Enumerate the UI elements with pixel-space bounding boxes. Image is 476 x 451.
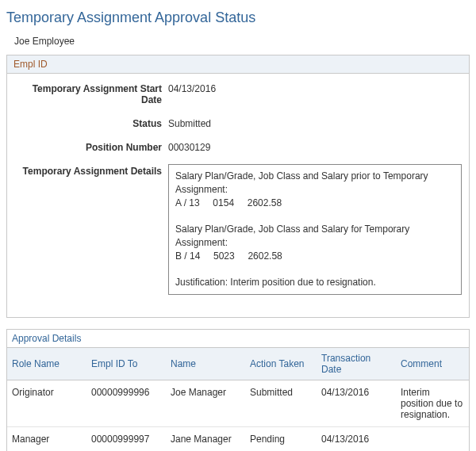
details-textbox: Salary Plan/Grade, Job Class and Salary … — [168, 164, 462, 295]
field-details: Temporary Assignment Details Salary Plan… — [13, 164, 463, 295]
cell-role-name: Originator — [7, 380, 86, 427]
status-label: Status — [13, 117, 168, 129]
col-action-taken[interactable]: Action Taken — [245, 348, 317, 380]
position-number-value: 00030129 — [168, 140, 210, 153]
cell-transaction-date: 04/13/2016 — [317, 380, 396, 427]
approval-details-table: Role Name Empl ID To Name Action Taken T… — [7, 348, 469, 451]
table-row: Originator 00000999996 Joe Manager Submi… — [7, 380, 469, 427]
approval-details-section: Approval Details Role Name Empl ID To Na… — [6, 329, 470, 451]
table-header-row: Role Name Empl ID To Name Action Taken T… — [7, 348, 469, 380]
col-role-name[interactable]: Role Name — [7, 348, 86, 380]
col-empl-id-to[interactable]: Empl ID To — [86, 348, 166, 380]
page-title: Temporary Assignment Approval Status — [6, 10, 470, 26]
cell-name: Jane Manager — [166, 427, 245, 451]
empl-id-section-body: Temporary Assignment Start Date 04/13/20… — [7, 74, 469, 317]
field-start-date: Temporary Assignment Start Date 04/13/20… — [13, 82, 463, 105]
start-date-value: 04/13/2016 — [168, 82, 216, 94]
cell-action-taken: Submitted — [245, 380, 317, 427]
cell-empl-id-to: 00000999997 — [86, 427, 166, 451]
details-label: Temporary Assignment Details — [13, 164, 168, 177]
field-position-number: Position Number 00030129 — [13, 140, 463, 153]
empl-id-section-header: Empl ID — [7, 55, 469, 74]
start-date-label: Temporary Assignment Start Date — [13, 82, 168, 105]
cell-name: Joe Manager — [166, 380, 245, 427]
table-row: Manager 00000999997 Jane Manager Pending… — [7, 427, 469, 451]
empl-id-section: Empl ID Temporary Assignment Start Date … — [6, 55, 470, 318]
employee-name: Joe Employee — [14, 36, 470, 47]
cell-role-name: Manager — [7, 427, 86, 451]
cell-comment: Interim position due to resignation. — [396, 380, 469, 427]
status-value: Submitted — [168, 117, 211, 129]
col-name[interactable]: Name — [166, 348, 245, 380]
cell-empl-id-to: 00000999996 — [86, 380, 166, 427]
field-status: Status Submitted — [13, 117, 463, 129]
cell-action-taken: Pending — [245, 427, 317, 451]
col-transaction-date[interactable]: Transaction Date — [317, 348, 396, 380]
approval-details-header: Approval Details — [7, 330, 469, 348]
cell-comment — [396, 427, 469, 451]
col-comment[interactable]: Comment — [396, 348, 469, 380]
cell-transaction-date: 04/13/2016 — [317, 427, 396, 451]
position-number-label: Position Number — [13, 140, 168, 153]
